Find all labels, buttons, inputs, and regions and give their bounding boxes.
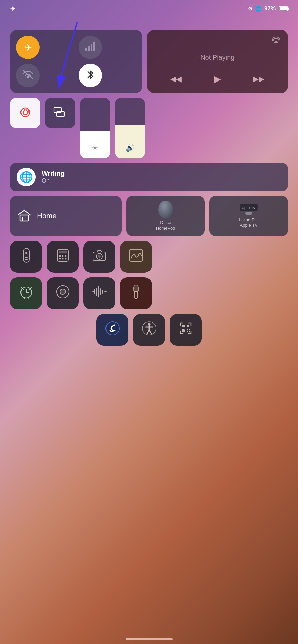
row-apps-2: [10, 277, 288, 309]
svg-rect-8: [54, 107, 61, 113]
svg-rect-17: [25, 259, 28, 260]
record-app-tile[interactable]: [47, 277, 79, 309]
orientation-lock-button[interactable]: [10, 98, 40, 128]
svg-rect-9: [57, 111, 64, 117]
svg-rect-45: [187, 325, 189, 327]
media-panel: Not Playing ◀◀ ▶ ▶▶: [147, 30, 288, 93]
torch-icon: [132, 284, 140, 302]
svg-rect-16: [25, 257, 28, 258]
battery-icon: [279, 6, 288, 11]
shazam-app-tile[interactable]: [96, 314, 128, 346]
screen-mirror-button[interactable]: [45, 98, 75, 128]
brightness-slider[interactable]: ☀: [80, 98, 110, 158]
wifi-off-icon: [22, 69, 34, 82]
svg-point-23: [59, 258, 61, 260]
voice-memos-icon: [92, 286, 107, 300]
rewind-button[interactable]: ◀◀: [170, 75, 182, 84]
calculator-icon: [57, 249, 69, 265]
orientation-lock-icon: [18, 106, 32, 120]
remote-icon: [23, 248, 30, 266]
row-writing: 🌐 Writing On: [10, 163, 288, 191]
svg-rect-12: [245, 212, 252, 215]
row-apps-3: [10, 314, 288, 346]
shazam-icon: [105, 321, 120, 338]
office-homepod-label: OfficeHomePod: [156, 220, 175, 231]
signature-icon: [129, 249, 143, 265]
battery-fill: [280, 7, 287, 10]
svg-point-25: [65, 258, 66, 260]
remote-app-tile[interactable]: [10, 241, 42, 273]
media-title: Not Playing: [155, 50, 281, 65]
airplay-icon[interactable]: [272, 36, 281, 44]
volume-slider[interactable]: 🔊: [115, 98, 145, 158]
writing-text-group: Writing On: [42, 170, 65, 184]
svg-rect-44: [182, 325, 185, 327]
camera-icon: [92, 249, 107, 264]
svg-rect-3: [91, 44, 92, 51]
wifi-button[interactable]: [16, 64, 40, 87]
svg-rect-7: [23, 111, 27, 114]
svg-point-32: [60, 289, 66, 294]
svg-rect-29: [129, 249, 143, 261]
svg-rect-13: [23, 248, 29, 262]
svg-rect-46: [182, 329, 185, 332]
brightness-icon: ☀: [92, 144, 98, 152]
svg-rect-15: [25, 256, 28, 256]
torch-app-tile[interactable]: [120, 277, 152, 309]
row-home: Home OfficeHomePod apple tv Living R...A…: [10, 196, 288, 236]
svg-rect-50: [189, 331, 190, 332]
svg-point-22: [65, 255, 66, 257]
row-apps-1: [10, 241, 288, 273]
status-bar: ✈ ⊙ 🌐 97%: [10, 0, 288, 16]
fast-forward-button[interactable]: ▶▶: [253, 75, 264, 84]
living-room-appletv-tile[interactable]: apple tv Living R...Apple TV: [209, 196, 288, 236]
accessibility-icon: [142, 321, 157, 338]
volume-icon: 🔊: [126, 144, 135, 152]
qr-scanner-icon: [178, 321, 193, 338]
svg-point-24: [62, 258, 63, 260]
svg-point-43: [148, 323, 150, 326]
status-right: ⊙ 🌐 97%: [248, 5, 288, 12]
media-top: [155, 36, 281, 44]
alarm-icon: [19, 284, 33, 302]
svg-rect-47: [187, 329, 188, 330]
appletv-icon: apple tv: [240, 204, 258, 215]
record-icon: [56, 285, 70, 302]
svg-rect-4: [93, 42, 95, 51]
writing-status: On: [42, 177, 65, 184]
writing-on-tile[interactable]: 🌐 Writing On: [10, 163, 288, 191]
svg-point-41: [106, 322, 119, 335]
globe-blue-icon: 🌐: [19, 171, 33, 183]
row-quick-sliders: ☀ 🔊: [10, 98, 288, 158]
svg-rect-19: [59, 251, 67, 253]
home-icon: [17, 209, 31, 223]
media-controls: ◀◀ ▶ ▶▶: [155, 71, 281, 87]
volume-fill: [115, 125, 145, 158]
home-tile[interactable]: Home: [10, 196, 122, 236]
svg-point-21: [62, 255, 63, 257]
airplane-mode-button[interactable]: ✈: [16, 36, 40, 59]
home-label: Home: [37, 212, 57, 220]
calculator-app-tile[interactable]: [47, 241, 79, 273]
svg-rect-48: [189, 329, 190, 330]
signature-app-tile[interactable]: [120, 241, 152, 273]
svg-rect-10: [20, 215, 28, 221]
play-button[interactable]: ▶: [214, 73, 221, 85]
writing-label: Writing: [42, 170, 65, 177]
svg-rect-49: [187, 331, 188, 332]
accessibility-app-tile[interactable]: [133, 314, 165, 346]
voice-memos-app-tile[interactable]: [83, 277, 115, 309]
camera-app-tile[interactable]: [83, 241, 115, 273]
svg-point-20: [59, 255, 61, 257]
living-room-appletv-label: Living R...Apple TV: [239, 217, 258, 229]
alarm-app-tile[interactable]: [10, 277, 42, 309]
qr-scanner-app-tile[interactable]: [170, 314, 202, 346]
svg-point-14: [25, 252, 27, 254]
annotation-arrow: [40, 18, 91, 97]
battery-percentage: 97%: [264, 5, 276, 12]
screen-mirror-icon: [53, 107, 67, 119]
svg-point-28: [98, 255, 101, 258]
svg-rect-11: [23, 217, 26, 221]
airplane-mode-indicator: ✈: [10, 5, 16, 13]
office-homepod-tile[interactable]: OfficeHomePod: [126, 196, 205, 236]
